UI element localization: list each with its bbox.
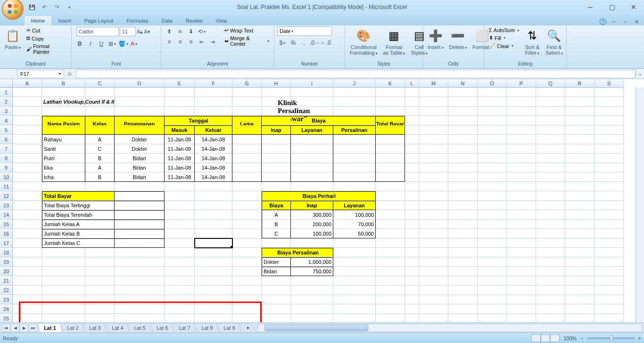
cell[interactable] bbox=[262, 163, 291, 172]
col-header[interactable]: N bbox=[448, 79, 478, 88]
cell[interactable] bbox=[115, 125, 165, 135]
row-header[interactable]: 11 bbox=[0, 182, 13, 191]
cell[interactable]: Putri bbox=[42, 154, 85, 163]
cell[interactable] bbox=[419, 88, 448, 97]
cell[interactable] bbox=[85, 88, 115, 97]
cell[interactable] bbox=[333, 286, 376, 295]
cell[interactable] bbox=[594, 229, 624, 238]
cell[interactable] bbox=[85, 210, 115, 220]
cell[interactable] bbox=[507, 257, 536, 267]
cell[interactable] bbox=[232, 220, 262, 229]
cell[interactable] bbox=[13, 97, 42, 106]
cell[interactable] bbox=[333, 238, 376, 248]
cell[interactable]: A bbox=[85, 163, 115, 172]
cell[interactable] bbox=[478, 220, 507, 229]
cell[interactable]: Santi bbox=[42, 144, 85, 154]
cell[interactable] bbox=[419, 144, 448, 154]
cell[interactable] bbox=[536, 304, 565, 314]
italic-button[interactable]: I bbox=[85, 39, 96, 49]
cell[interactable] bbox=[405, 116, 419, 125]
cell[interactable] bbox=[536, 144, 565, 154]
cell[interactable] bbox=[376, 182, 405, 191]
cell[interactable]: A bbox=[85, 135, 115, 144]
cell[interactable] bbox=[13, 276, 42, 286]
cell[interactable] bbox=[115, 182, 165, 191]
close-button[interactable]: ✕ bbox=[627, 2, 640, 12]
cell[interactable] bbox=[478, 97, 507, 106]
cell[interactable] bbox=[536, 238, 565, 248]
cell[interactable] bbox=[195, 210, 232, 220]
cell[interactable] bbox=[232, 163, 262, 172]
col-header[interactable]: B bbox=[42, 79, 85, 88]
cell[interactable] bbox=[291, 295, 333, 304]
cell[interactable] bbox=[507, 276, 536, 286]
cell[interactable] bbox=[536, 229, 565, 238]
cell[interactable] bbox=[42, 314, 85, 322]
cell[interactable] bbox=[115, 88, 165, 97]
cell[interactable] bbox=[376, 201, 405, 210]
insert-cells-button[interactable]: ➕Insert bbox=[426, 26, 446, 52]
cell[interactable]: Biaya Perhari bbox=[262, 191, 291, 201]
cell[interactable] bbox=[376, 125, 405, 135]
cell[interactable] bbox=[565, 220, 594, 229]
cell[interactable] bbox=[478, 144, 507, 154]
cell[interactable] bbox=[165, 182, 195, 191]
cell[interactable] bbox=[115, 229, 165, 238]
cell[interactable] bbox=[232, 248, 262, 257]
zoom-in-button[interactable]: + bbox=[638, 335, 641, 341]
cell[interactable]: Latihan Vlookup,Count If & If bbox=[42, 97, 85, 106]
cell[interactable] bbox=[507, 172, 536, 182]
row-header[interactable]: 14 bbox=[0, 210, 13, 220]
cell[interactable] bbox=[376, 220, 405, 229]
cell[interactable] bbox=[565, 106, 594, 116]
cell[interactable] bbox=[448, 286, 478, 295]
cell[interactable]: Jumlah Kelas B bbox=[42, 229, 85, 238]
cell[interactable] bbox=[232, 135, 262, 144]
cell[interactable] bbox=[478, 106, 507, 116]
cell[interactable]: Dokter bbox=[115, 144, 165, 154]
cell[interactable] bbox=[405, 144, 419, 154]
row-header[interactable]: 18 bbox=[0, 248, 13, 257]
cell[interactable] bbox=[448, 191, 478, 201]
cell[interactable]: 11-Jan-08 bbox=[165, 172, 195, 182]
cell[interactable] bbox=[478, 191, 507, 201]
cell[interactable]: Layanan bbox=[333, 201, 376, 210]
cell[interactable] bbox=[478, 248, 507, 257]
cell[interactable] bbox=[478, 135, 507, 144]
cell[interactable] bbox=[85, 286, 115, 295]
cell[interactable] bbox=[594, 106, 624, 116]
cell[interactable] bbox=[536, 295, 565, 304]
merge-center-button[interactable]: ⬌Merge & Center bbox=[223, 34, 271, 48]
cell[interactable] bbox=[594, 191, 624, 201]
row-header[interactable]: 5 bbox=[0, 125, 13, 135]
cell[interactable] bbox=[448, 257, 478, 267]
cell[interactable] bbox=[232, 201, 262, 210]
cell[interactable] bbox=[536, 125, 565, 135]
cell[interactable] bbox=[376, 257, 405, 267]
underline-button[interactable]: U bbox=[96, 39, 107, 49]
col-header[interactable]: I bbox=[291, 79, 333, 88]
cell[interactable] bbox=[478, 154, 507, 163]
cell[interactable] bbox=[594, 154, 624, 163]
cell[interactable] bbox=[478, 88, 507, 97]
cell[interactable] bbox=[165, 248, 195, 257]
cell[interactable] bbox=[507, 248, 536, 257]
cell[interactable] bbox=[232, 154, 262, 163]
cell[interactable] bbox=[594, 135, 624, 144]
cell[interactable] bbox=[195, 286, 232, 295]
cell[interactable] bbox=[448, 267, 478, 276]
cell[interactable] bbox=[507, 220, 536, 229]
row-header[interactable]: 17 bbox=[0, 238, 13, 248]
cell[interactable] bbox=[594, 257, 624, 267]
cell[interactable] bbox=[478, 229, 507, 238]
row-header[interactable]: 19 bbox=[0, 257, 13, 267]
cell[interactable] bbox=[85, 248, 115, 257]
cell[interactable] bbox=[165, 220, 195, 229]
cell[interactable] bbox=[594, 276, 624, 286]
row-header[interactable]: 20 bbox=[0, 267, 13, 276]
cell[interactable] bbox=[333, 182, 376, 191]
col-header[interactable]: O bbox=[478, 79, 507, 88]
cell[interactable] bbox=[291, 182, 333, 191]
cell[interactable]: 100,000 bbox=[291, 229, 333, 238]
col-header[interactable]: K bbox=[376, 79, 405, 88]
